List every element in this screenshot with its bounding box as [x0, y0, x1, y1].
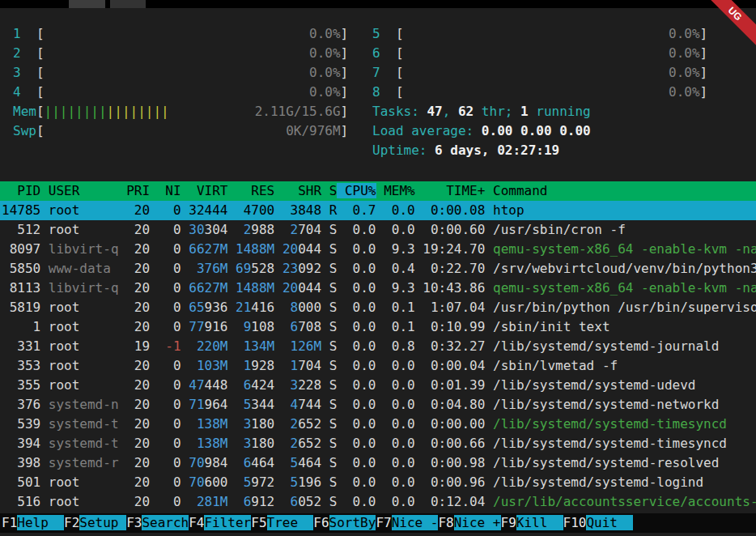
titlebar-tab-2[interactable] [110, 0, 146, 8]
process-command: /lib/systemd/systemd-udevd [493, 377, 695, 393]
process-nice: 0 [158, 397, 181, 412]
process-row[interactable]: 5850 www-data 20 0 376M 69528 23092 S 0.… [0, 259, 756, 279]
column-header-s[interactable]: S [329, 183, 338, 198]
process-row[interactable]: 512 root 20 0 30304 2988 2704 S 0.0 0.0 … [0, 220, 756, 240]
process-row[interactable]: 376 systemd-n 20 0 71964 5344 4744 S 0.0… [0, 395, 756, 415]
process-row[interactable]: 501 root 20 0 70600 5972 5196 S 0.0 0.0 … [0, 473, 756, 492]
process-state: S [329, 319, 338, 334]
fkey-f1-help[interactable]: F1Help [2, 515, 64, 530]
mem-value: 1 [236, 358, 251, 373]
column-header-user[interactable]: USER [49, 183, 119, 198]
process-row[interactable]: 394 systemd-t 20 0 138M 3180 2652 S 0.0 … [0, 434, 756, 453]
mem-value: 2 [282, 416, 298, 432]
process-user: systemd-n [49, 397, 119, 412]
process-row[interactable]: 14785 root 20 0 32444 4700 3848 R 0.7 0.… [0, 201, 756, 220]
fkey-f8-nice[interactable]: F8Nice + [438, 515, 500, 530]
meter-value: 0.0% [404, 45, 700, 61]
meter-label: 7 [372, 65, 396, 80]
mem-value: 103M [189, 358, 227, 373]
meter-value: 0.0% [404, 26, 700, 41]
process-row[interactable]: 331 root 19 -1 220M 134M 126M S 0.0 0.8 … [0, 337, 756, 356]
fkey-f6-sortby[interactable]: F6SortBy [313, 515, 376, 530]
process-row[interactable]: 5819 root 20 0 65936 21416 8000 S 0.0 0.… [0, 298, 756, 317]
column-header-command[interactable]: Command [493, 183, 547, 198]
process-command: qemu-system-x86_64 -enable-kvm -na [493, 280, 756, 296]
process-row[interactable]: 355 root 20 0 47448 6424 3228 S 0.0 0.0 … [0, 376, 756, 395]
process-user: root [49, 222, 119, 237]
process-cpu-percent: 0.0 [345, 280, 376, 296]
mem-value: 6 [236, 377, 251, 393]
fkey-f2-setup[interactable]: F2Setup [64, 515, 126, 530]
fkey-f10-quit[interactable]: F10Quit [563, 515, 634, 530]
process-state: S [329, 241, 338, 257]
process-row[interactable]: 8113 libvirt-q 20 0 6627M 1488M 20044 S … [0, 279, 756, 298]
meter-label: 6 [372, 45, 396, 61]
meter-value: 0.0% [45, 65, 341, 80]
meter-label: 1 [13, 26, 36, 41]
process-command: /usr/lib/accountsservice/accounts- [493, 494, 756, 509]
table-header: PID USER PRI NI VIRT RES SHR S CPU% MEM%… [0, 181, 756, 201]
meter-label: 3 [13, 65, 36, 80]
process-user: root [49, 202, 119, 218]
mem-value: 6 [282, 494, 298, 509]
meter-value: 0K/976M [45, 123, 341, 138]
fkey-f3-search[interactable]: F3Search [126, 515, 189, 530]
process-command: /lib/systemd/systemd-journald [493, 338, 719, 354]
window-top-strip [0, 0, 756, 8]
mem-value: 8 [282, 300, 298, 315]
process-mem-percent: 0.0 [384, 474, 415, 490]
process-priority: 20 [126, 377, 150, 393]
fkey-number: F8 [438, 515, 453, 530]
column-header-cpu[interactable]: CPU% [337, 183, 376, 198]
process-cpu-percent: 0.0 [345, 474, 376, 490]
process-command: /lib/systemd/systemd-networkd [493, 397, 719, 412]
column-header-virt[interactable]: VIRT [189, 183, 227, 198]
process-pid: 8097 [2, 241, 40, 257]
process-cpu-percent: 0.0 [345, 241, 376, 257]
cpu-meter-1: 1 [ 0.0%] [13, 24, 348, 44]
column-header-pri[interactable]: PRI [126, 183, 150, 198]
column-header-time[interactable]: TIME+ [423, 183, 485, 198]
column-header-ni[interactable]: NI [158, 183, 181, 198]
tasks-summary: Tasks: 47, 62 thr; 1 running [372, 102, 707, 121]
mem-value: 2 [282, 222, 298, 237]
process-user: libvirt-q [49, 241, 119, 257]
fkey-f4-filter[interactable]: F4Filter [189, 515, 251, 530]
process-mem-percent: 0.0 [384, 436, 415, 451]
column-header-shr[interactable]: SHR [282, 183, 321, 198]
fkey-number: F10 [563, 515, 587, 530]
process-mem-percent: 0.8 [384, 338, 415, 354]
column-header-res[interactable]: RES [236, 183, 274, 198]
process-row[interactable]: 1 root 20 0 77916 9108 6708 S 0.0 0.1 0:… [0, 317, 756, 337]
process-pid: 539 [2, 416, 40, 432]
process-mem-percent: 0.0 [384, 397, 415, 412]
process-row[interactable]: 539 systemd-t 20 0 138M 3180 2652 S 0.0 … [0, 415, 756, 434]
meter-value: 2.11G/15.6G [169, 104, 341, 119]
process-row[interactable]: 398 systemd-r 20 0 70984 6464 5464 S 0.0… [0, 453, 756, 473]
titlebar-tab-1[interactable] [69, 0, 105, 8]
process-pid: 394 [2, 436, 40, 451]
fkey-action-label: Quit [586, 515, 633, 530]
column-header-mem[interactable]: MEM% [384, 183, 415, 198]
uptime-value: 6 days, 02:27:19 [435, 143, 559, 158]
process-pid: 14785 [2, 202, 40, 218]
meter-label: 2 [13, 45, 36, 61]
process-row[interactable]: 8097 libvirt-q 20 0 6627M 1488M 20044 S … [0, 240, 756, 259]
process-row[interactable]: 353 root 20 0 103M 1928 1704 S 0.0 0.0 0… [0, 356, 756, 376]
process-time: 0:04.80 [423, 397, 485, 412]
fkey-f7-nice[interactable]: F7Nice - [376, 515, 438, 530]
process-state: S [329, 416, 338, 432]
fkey-f5-tree[interactable]: F5Tree [251, 515, 313, 530]
fkey-f9-kill[interactable]: F9Kill [501, 515, 563, 530]
process-row[interactable]: 516 root 20 0 281M 6912 6052 S 0.0 0.0 0… [0, 492, 756, 512]
fkey-action-label: Kill [516, 515, 563, 530]
mem-value: 30 [189, 222, 204, 237]
process-priority: 19 [126, 338, 150, 354]
mem-value: 6627M [189, 241, 227, 257]
process-nice: 0 [158, 436, 181, 451]
mem-value: 20 [282, 241, 298, 257]
htop-terminal: 1 [ 0.0%]2 [ 0.0%]3 [ 0.0%]4 [ 0.0%]Mem[… [0, 8, 756, 536]
uptime-label: Uptime: [372, 143, 435, 158]
column-header-pid[interactable]: PID [2, 183, 40, 198]
process-priority: 20 [126, 241, 150, 257]
